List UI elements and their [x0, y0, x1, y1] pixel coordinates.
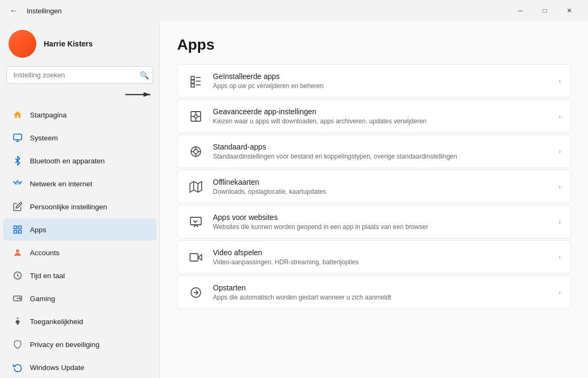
- settings-item-startup[interactable]: Opstarten Apps die automatisch worden ge…: [177, 275, 571, 309]
- back-button[interactable]: ←: [6, 4, 21, 18]
- settings-item-offline-maps[interactable]: Offlinekaarten Downloads, opslaglocatie,…: [177, 170, 571, 203]
- advanced-icon: [187, 108, 204, 125]
- svg-point-16: [17, 318, 19, 319]
- svg-rect-2: [14, 134, 22, 140]
- titlebar-left: ← Instellingen: [6, 4, 62, 18]
- apps-websites-desc: Websites die kunnen worden geopend in ee…: [213, 223, 550, 231]
- accounts-icon: [12, 247, 23, 258]
- sidebar-label-bluetooth: Bluetooth en apparaten: [30, 157, 105, 165]
- home-icon: [12, 109, 23, 121]
- installed-apps-text: Geïnstalleerde apps Apps op uw pc verwij…: [213, 72, 550, 90]
- bluetooth-icon: [12, 155, 23, 167]
- sidebar-label-toegankelijkheid: Toegankelijkheid: [30, 318, 83, 326]
- sidebar-label-gaming: Gaming: [30, 295, 55, 303]
- settings-item-advanced[interactable]: Geavanceerde app-instellingen Kiezen waa…: [177, 99, 571, 133]
- default-apps-desc: Standaardinstellingen voor bestand en ko…: [213, 153, 550, 160]
- svg-rect-40: [190, 254, 198, 261]
- sidebar-item-privacy[interactable]: Privacy en beveiliging: [3, 333, 156, 356]
- sidebar-label-apps: Apps: [30, 226, 46, 234]
- close-button[interactable]: ✕: [557, 2, 582, 19]
- advanced-text: Geavanceerde app-instellingen Kiezen waa…: [213, 107, 550, 125]
- sidebar-label-startpagina: Startpagina: [30, 111, 67, 119]
- avatar: [9, 30, 36, 58]
- user-section: Harrie Kisters: [0, 21, 160, 64]
- svg-rect-6: [19, 226, 21, 229]
- sidebar-item-accounts[interactable]: Accounts: [3, 241, 156, 264]
- default-apps-chevron: ›: [559, 148, 561, 155]
- update-icon: [12, 361, 23, 373]
- apps-icon: [12, 224, 23, 235]
- settings-item-installed-apps[interactable]: Geïnstalleerde apps Apps op uw pc verwij…: [177, 64, 571, 98]
- default-apps-text: Standaard-apps Standaardinstellingen voo…: [213, 143, 550, 160]
- startup-desc: Apps die automatisch worden gestart wann…: [213, 294, 550, 301]
- minimize-button[interactable]: ─: [508, 2, 533, 19]
- personal-icon: [12, 201, 23, 212]
- svg-rect-5: [14, 226, 17, 229]
- sidebar-label-systeem: Systeem: [30, 134, 58, 142]
- maximize-button[interactable]: □: [533, 2, 557, 19]
- sidebar-item-toegankelijkheid[interactable]: Toegankelijkheid: [3, 310, 156, 333]
- sidebar-item-bluetooth[interactable]: Bluetooth en apparaten: [3, 149, 156, 172]
- sidebar-item-startpagina[interactable]: Startpagina: [3, 104, 156, 126]
- default-apps-title: Standaard-apps: [213, 143, 550, 151]
- advanced-title: Geavanceerde app-instellingen: [213, 107, 550, 116]
- window-controls: ─ □ ✕: [508, 2, 582, 19]
- settings-item-apps-websites[interactable]: Apps voor websites Websites die kunnen w…: [177, 205, 571, 239]
- settings-item-video[interactable]: Video afspelen Video-aanpassingen, HDR-s…: [177, 240, 571, 274]
- sidebar-item-apps[interactable]: Apps: [3, 218, 156, 241]
- window-title: Instellingen: [27, 7, 62, 15]
- default-apps-icon: [187, 143, 204, 160]
- system-icon: [12, 132, 23, 144]
- video-icon: [187, 249, 204, 266]
- svg-rect-18: [191, 80, 194, 83]
- privacy-icon: [12, 338, 23, 350]
- svg-rect-19: [191, 84, 194, 87]
- apps-websites-text: Apps voor websites Websites die kunnen w…: [213, 213, 550, 231]
- installed-apps-chevron: ›: [559, 77, 561, 85]
- time-icon: [12, 270, 23, 281]
- sidebar-item-persoonlijk[interactable]: Persoonlijke instellingen: [3, 195, 156, 218]
- video-desc: Video-aanpassingen, HDR-streaming, batte…: [213, 258, 550, 266]
- sidebar-item-gaming[interactable]: Gaming: [3, 287, 156, 310]
- video-chevron: ›: [559, 254, 561, 261]
- startup-chevron: ›: [559, 289, 561, 296]
- sidebar-label-update: Windows Update: [30, 364, 84, 372]
- search-icon[interactable]: 🔍: [140, 71, 149, 80]
- sidebar-item-tijd[interactable]: Tijd en taal: [3, 264, 156, 287]
- advanced-chevron: ›: [559, 113, 561, 120]
- advanced-desc: Kiezen waar u apps wilt downloaden, apps…: [213, 117, 550, 125]
- search-box: 🔍: [6, 66, 153, 84]
- gaming-icon: [12, 293, 23, 304]
- sidebar-label-netwerk: Netwerk en internet: [30, 180, 92, 188]
- arrow-svg: [123, 88, 155, 101]
- arrow-indicator: [0, 88, 160, 101]
- offline-maps-desc: Downloads, opslaglocatie, kaartupdates: [213, 188, 550, 195]
- sidebar: Harrie Kisters 🔍 S: [0, 21, 160, 378]
- main-content: Apps Geïnstalleerde apps Apps op uw pc v…: [160, 21, 588, 378]
- apps-websites-chevron: ›: [559, 218, 561, 226]
- svg-marker-39: [198, 255, 202, 260]
- sidebar-item-netwerk[interactable]: Netwerk en internet: [3, 172, 156, 195]
- search-input[interactable]: [6, 66, 153, 84]
- network-icon: [12, 178, 23, 190]
- apps-websites-icon: [187, 214, 204, 231]
- avatar-image: [9, 30, 36, 58]
- apps-websites-title: Apps voor websites: [213, 213, 550, 222]
- svg-point-24: [194, 115, 197, 118]
- accessibility-icon: [12, 316, 23, 327]
- svg-rect-17: [191, 76, 194, 80]
- installed-apps-icon: [187, 73, 204, 90]
- offline-maps-icon: [187, 178, 204, 195]
- sidebar-item-systeem[interactable]: Systeem: [3, 127, 156, 149]
- settings-list: Geïnstalleerde apps Apps op uw pc verwij…: [177, 64, 571, 309]
- svg-rect-8: [19, 231, 21, 233]
- offline-maps-title: Offlinekaarten: [213, 178, 550, 186]
- svg-rect-7: [14, 231, 17, 233]
- sidebar-label-persoonlijk: Persoonlijke instellingen: [30, 203, 107, 211]
- app-container: Harrie Kisters 🔍 S: [0, 21, 588, 378]
- sidebar-label-accounts: Accounts: [30, 249, 60, 257]
- settings-item-default-apps[interactable]: Standaard-apps Standaardinstellingen voo…: [177, 135, 571, 168]
- svg-point-15: [20, 298, 21, 300]
- sidebar-nav: Startpagina Systeem Bluetooth en apparat…: [0, 103, 160, 378]
- sidebar-item-update[interactable]: Windows Update: [3, 356, 156, 378]
